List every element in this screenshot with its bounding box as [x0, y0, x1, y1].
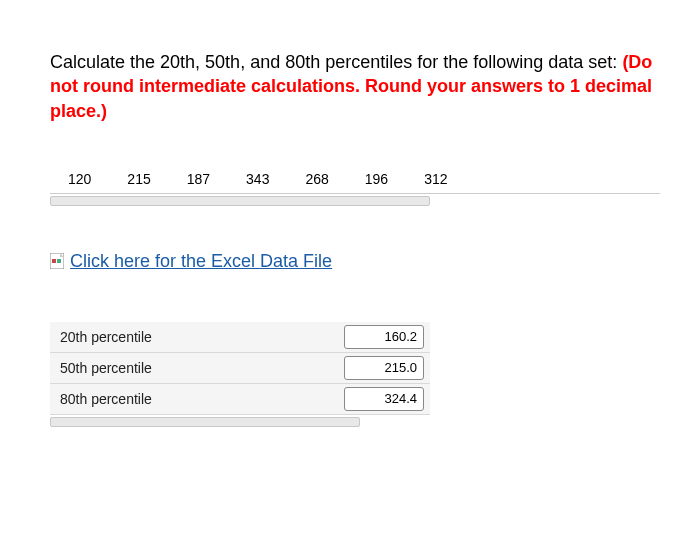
excel-link-row: Click here for the Excel Data File	[50, 251, 660, 272]
answer-cell	[295, 384, 430, 415]
percentile-80-input[interactable]	[344, 387, 424, 411]
percentile-20-input[interactable]	[344, 325, 424, 349]
question-text: Calculate the 20th, 50th, and 80th perce…	[50, 50, 660, 123]
answer-cell	[295, 353, 430, 384]
answers-table: 20th percentile 50th percentile 80th per…	[50, 322, 430, 415]
answer-cell	[295, 322, 430, 353]
percentile-label: 50th percentile	[50, 353, 295, 384]
data-cell: 120	[50, 171, 109, 187]
data-cell: 215	[109, 171, 168, 187]
excel-data-link[interactable]: Click here for the Excel Data File	[70, 251, 332, 272]
data-cell: 343	[228, 171, 287, 187]
percentile-label: 20th percentile	[50, 322, 295, 353]
data-cell: 187	[169, 171, 228, 187]
svg-rect-2	[52, 259, 56, 263]
horizontal-scrollbar[interactable]	[50, 417, 360, 427]
data-table: 120 215 187 343 268 196 312	[50, 163, 660, 206]
svg-rect-3	[57, 259, 61, 263]
data-cell: 268	[287, 171, 346, 187]
table-row: 50th percentile	[50, 353, 430, 384]
table-row: 80th percentile	[50, 384, 430, 415]
horizontal-scrollbar[interactable]	[50, 196, 430, 206]
percentile-label: 80th percentile	[50, 384, 295, 415]
data-cell: 312	[406, 171, 465, 187]
table-row: 20th percentile	[50, 322, 430, 353]
data-cell: 196	[347, 171, 406, 187]
data-row: 120 215 187 343 268 196 312	[50, 163, 660, 194]
percentile-50-input[interactable]	[344, 356, 424, 380]
file-icon	[50, 253, 64, 269]
question-part1: Calculate the 20th, 50th, and 80th perce…	[50, 52, 622, 72]
